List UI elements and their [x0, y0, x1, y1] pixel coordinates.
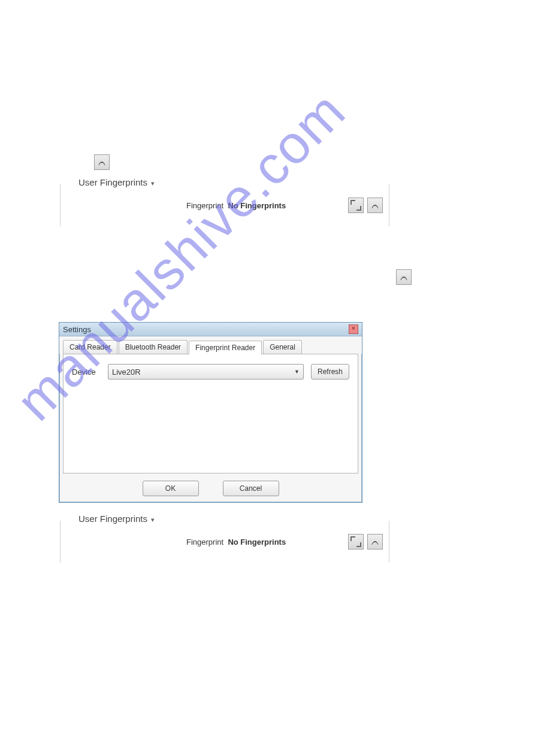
device-select[interactable]: Live20R ▼ — [108, 364, 304, 379]
fingerprint-value: No Fingerprints — [228, 538, 286, 546]
tab-fingerprint-reader[interactable]: Fingerprint Reader — [189, 341, 262, 354]
scan-from-reader-icon[interactable] — [367, 534, 383, 549]
user-fingerprints-panel: User Fingerprints ▾ Fingerprint No Finge… — [60, 521, 389, 563]
settings-dialog: Settings × Card Reader Bluetooth Reader … — [59, 322, 362, 503]
cancel-button[interactable]: Cancel — [223, 481, 279, 496]
tab-card-reader[interactable]: Card Reader — [63, 340, 117, 354]
fingerprint-icon[interactable] — [94, 154, 110, 170]
scan-from-device-icon[interactable] — [348, 534, 364, 549]
dialog-titlebar: Settings × — [59, 323, 362, 336]
chevron-down-icon: ▾ — [151, 180, 155, 187]
refresh-button[interactable]: Refresh — [311, 364, 349, 379]
device-selected-value: Live20R — [112, 368, 141, 377]
tab-bar: Card Reader Bluetooth Reader Fingerprint… — [59, 336, 362, 354]
device-label: Device — [72, 368, 101, 377]
user-fingerprints-header[interactable]: User Fingerprints ▾ — [75, 514, 158, 524]
user-fingerprints-title: User Fingerprints — [78, 177, 147, 187]
scan-from-device-icon[interactable] — [348, 198, 364, 213]
user-fingerprints-panel: User Fingerprints ▾ Fingerprint No Finge… — [60, 184, 389, 226]
chevron-down-icon: ▾ — [151, 516, 155, 523]
fingerprint-label: Fingerprint — [186, 201, 223, 210]
close-icon[interactable]: × — [349, 324, 358, 334]
scan-from-reader-icon[interactable] — [367, 198, 383, 213]
chevron-down-icon: ▼ — [294, 369, 300, 375]
fingerprint-status-line: Fingerprint No Fingerprints — [186, 201, 286, 210]
fingerprint-value: No Fingerprints — [228, 201, 286, 210]
fingerprint-label: Fingerprint — [186, 538, 223, 546]
tab-content: Device Live20R ▼ Refresh — [63, 354, 358, 473]
ok-button[interactable]: OK — [143, 481, 199, 496]
dialog-title: Settings — [63, 325, 91, 334]
fingerprint-status-line: Fingerprint No Fingerprints — [186, 538, 286, 546]
fingerprint-icon[interactable] — [396, 269, 412, 285]
tab-general[interactable]: General — [263, 340, 302, 354]
user-fingerprints-header[interactable]: User Fingerprints ▾ — [75, 177, 158, 187]
tab-bluetooth-reader[interactable]: Bluetooth Reader — [119, 340, 188, 354]
user-fingerprints-title: User Fingerprints — [78, 514, 147, 524]
